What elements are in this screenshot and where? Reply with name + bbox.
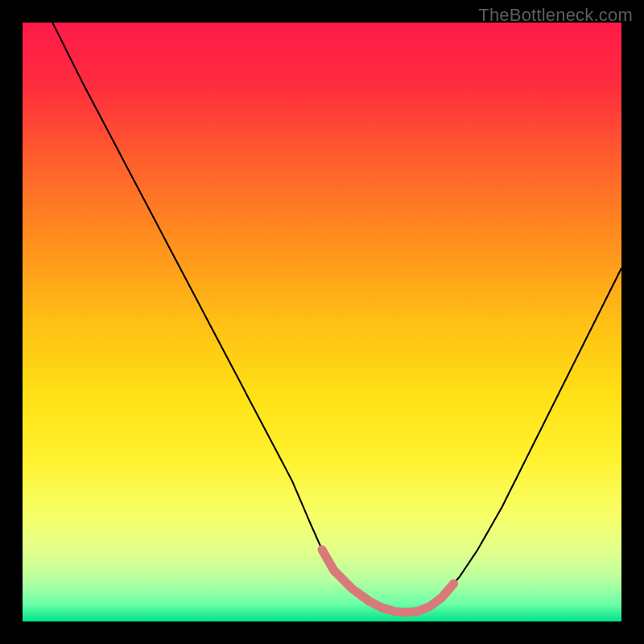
plot-svg	[23, 23, 621, 621]
gradient-background	[23, 23, 621, 621]
chart-frame: TheBottleneck.com	[0, 0, 644, 644]
plot-area	[23, 23, 621, 621]
